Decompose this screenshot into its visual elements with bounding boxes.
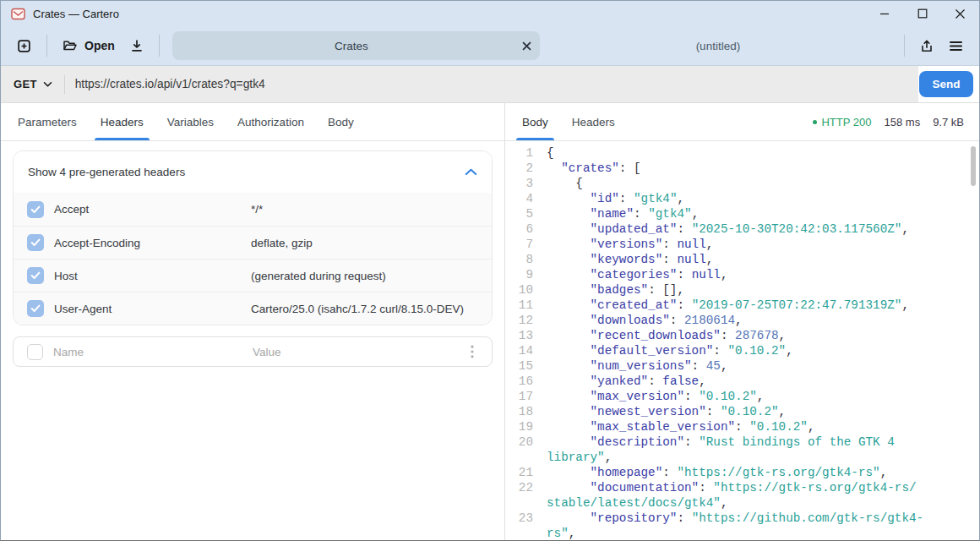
- save-button[interactable]: [122, 31, 151, 60]
- code-text: "repository": "https://github.com/gtk-rs…: [547, 511, 923, 526]
- main-menu-button[interactable]: [941, 31, 971, 60]
- titlebar: Crates — Cartero: [1, 1, 979, 26]
- send-button[interactable]: Send: [919, 71, 973, 97]
- code-text: "badges": [],: [547, 282, 684, 298]
- header-name: Accept: [54, 203, 251, 216]
- line-number: 14: [505, 343, 533, 358]
- export-button[interactable]: [912, 31, 941, 60]
- header-checkbox[interactable]: [27, 234, 44, 251]
- response-body-code: 1{2 "crates": [3 {4 "id": "gtk4",5 "name…: [505, 145, 979, 540]
- new-header-row: [13, 336, 493, 367]
- header-row[interactable]: User-Agent Cartero/25.0 (isahc/1.7.2 cur…: [14, 292, 492, 325]
- tab-crates-label: Crates: [181, 40, 522, 52]
- line-number: 22: [505, 480, 533, 495]
- line-number: [505, 495, 533, 511]
- code-line: 17 "max_version": "0.10.2",: [505, 389, 979, 404]
- row-menu-button[interactable]: [461, 341, 483, 363]
- line-number: [505, 450, 533, 465]
- expander-chevron-icon: [465, 168, 477, 176]
- minimize-icon: [879, 8, 890, 19]
- header-checkbox[interactable]: [27, 300, 44, 317]
- header-separator: [46, 35, 47, 57]
- code-line: 18 "newest_version": "0.10.2",: [505, 404, 979, 419]
- method-dropdown[interactable]: GET: [1, 66, 59, 102]
- code-text: "yanked": false,: [547, 374, 706, 389]
- scrollbar-thumb[interactable]: [971, 146, 976, 186]
- minimize-button[interactable]: [865, 1, 903, 26]
- code-text: "name": "gtk4",: [547, 206, 699, 221]
- code-line: 16 "yanked": false,: [505, 374, 979, 389]
- tab-body[interactable]: Body: [316, 103, 366, 140]
- status-dot-icon: [813, 120, 817, 124]
- entry-separator: [64, 75, 65, 94]
- line-number: 19: [505, 419, 533, 434]
- tab-untitled[interactable]: (untitled): [540, 40, 896, 52]
- url-text[interactable]: https://crates.io/api/v1/crates?q=gtk4: [75, 78, 265, 90]
- close-icon: [955, 8, 966, 19]
- app-icon: [11, 8, 25, 20]
- new-tab-button[interactable]: [9, 31, 39, 60]
- header-row[interactable]: Accept-Encoding deflate, gzip: [14, 226, 492, 259]
- line-number: 9: [505, 267, 533, 282]
- close-button[interactable]: [941, 1, 979, 26]
- checkbox-check-icon: [30, 271, 41, 280]
- http-status-badge: HTTP 200: [813, 116, 871, 128]
- code-text: "homepage": "https://gtk-rs.org/gtk4-rs"…: [547, 465, 887, 480]
- code-text: rs",: [547, 526, 575, 540]
- code-text: "max_stable_version": "0.10.2",: [547, 419, 814, 434]
- url-entry[interactable]: GET https://crates.io/api/v1/crates?q=gt…: [1, 66, 918, 102]
- code-text: "downloads": 2180614,: [547, 313, 743, 328]
- tab-parameters[interactable]: Parameters: [6, 103, 89, 140]
- new-header-value-input[interactable]: [253, 346, 461, 358]
- line-number: 16: [505, 374, 533, 389]
- checkbox-check-icon: [30, 205, 41, 214]
- tab-response-headers[interactable]: Headers: [560, 103, 627, 140]
- header-row[interactable]: Accept */*: [14, 193, 492, 226]
- code-line: stable/latest/docs/gtk4",: [505, 495, 979, 511]
- header-row[interactable]: Host (generated during request): [14, 259, 492, 292]
- code-line: library",: [505, 450, 979, 465]
- window-title: Crates — Cartero: [33, 8, 119, 20]
- pregenerated-headers-expander[interactable]: Show 4 pre-generated headers: [14, 151, 492, 193]
- header-checkbox[interactable]: [27, 267, 44, 284]
- tab-headers[interactable]: Headers: [89, 103, 155, 140]
- header-value: Cartero/25.0 (isahc/1.7.2 curl/8.15.0-DE…: [251, 303, 478, 315]
- line-number: 4: [505, 191, 533, 206]
- maximize-icon: [917, 8, 928, 19]
- header-value: */*: [251, 203, 478, 216]
- code-text: library",: [547, 450, 612, 465]
- code-line: rs",: [505, 526, 979, 540]
- request-bar: GET https://crates.io/api/v1/crates?q=gt…: [1, 66, 979, 103]
- header-checkbox[interactable]: [27, 201, 44, 218]
- new-tab-icon: [17, 39, 31, 53]
- response-body[interactable]: 1{2 "crates": [3 {4 "id": "gtk4",5 "name…: [505, 141, 979, 540]
- code-line: 23 "repository": "https://github.com/gtk…: [505, 511, 979, 526]
- line-number: 11: [505, 298, 533, 313]
- tab-response-body[interactable]: Body: [510, 103, 560, 140]
- code-text: "id": "gtk4",: [547, 191, 684, 206]
- code-line: 22 "documentation": "https://gtk-rs.org/…: [505, 480, 979, 495]
- kebab-icon: [471, 345, 474, 358]
- code-text: "num_versions": 45,: [547, 358, 728, 374]
- tab-crates[interactable]: Crates: [172, 31, 540, 60]
- code-text: "default_version": "0.10.2",: [547, 343, 793, 358]
- open-button[interactable]: Open: [55, 31, 122, 60]
- new-header-name-input[interactable]: [53, 346, 253, 358]
- tab-close-icon[interactable]: [522, 41, 531, 51]
- code-line: 15 "num_versions": 45,: [505, 358, 979, 374]
- maximize-button[interactable]: [903, 1, 941, 26]
- code-text: "updated_at": "2025-10-30T20:42:03.11756…: [547, 221, 909, 237]
- new-header-checkbox[interactable]: [27, 344, 43, 360]
- line-number: 15: [505, 358, 533, 374]
- code-text: {: [547, 145, 554, 161]
- code-line: 8 "keywords": null,: [505, 252, 979, 267]
- header-value: deflate, gzip: [251, 237, 478, 249]
- checkbox-check-icon: [30, 304, 41, 313]
- code-text: "created_at": "2019-07-25T07:22:47.79131…: [547, 298, 909, 313]
- tab-authorization[interactable]: Authorization: [226, 103, 316, 140]
- tab-variables[interactable]: Variables: [155, 103, 226, 140]
- main-split: Parameters Headers Variables Authorizati…: [1, 103, 979, 540]
- code-line: 5 "name": "gtk4",: [505, 206, 979, 221]
- line-number: 5: [505, 206, 533, 221]
- code-text: "categories": null,: [547, 267, 728, 282]
